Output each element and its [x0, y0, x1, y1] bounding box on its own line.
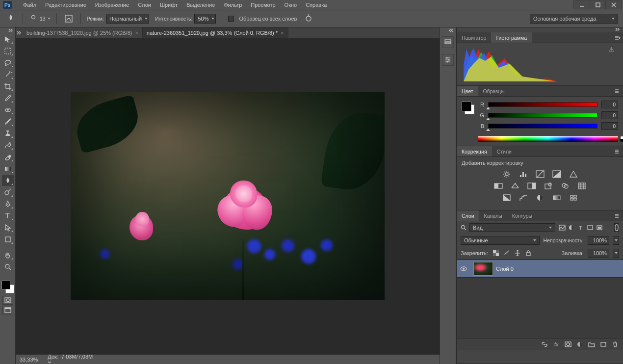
close-icon[interactable]: ×: [281, 30, 284, 36]
brush-panel-button[interactable]: [63, 13, 75, 25]
filter-type-icon[interactable]: T: [577, 224, 585, 232]
mode-dropdown[interactable]: Нормальный: [106, 14, 149, 24]
adj-bw-icon[interactable]: [527, 182, 537, 190]
opacity-value[interactable]: 100%: [588, 236, 609, 245]
slider-green[interactable]: G 0: [479, 111, 618, 119]
blend-mode-dropdown[interactable]: Обычные: [461, 236, 540, 245]
tab-styles[interactable]: Стили: [492, 146, 517, 156]
blur-tool[interactable]: [2, 175, 14, 186]
adj-exposure-icon[interactable]: [552, 170, 562, 179]
healing-brush-tool[interactable]: [2, 104, 14, 115]
tab-adjustments[interactable]: Коррекция: [457, 146, 492, 156]
adj-hue-icon[interactable]: [493, 182, 503, 190]
gradient-tool[interactable]: [2, 163, 14, 174]
filter-adjust-icon[interactable]: [568, 224, 575, 232]
menu-item[interactable]: Окно: [280, 0, 302, 9]
menu-item[interactable]: Слои: [133, 0, 156, 9]
menu-item[interactable]: Просмотр: [246, 0, 280, 9]
menu-item[interactable]: Фильтр: [219, 0, 246, 9]
adjustment-layer-icon[interactable]: [576, 341, 584, 348]
maximize-button[interactable]: [590, 1, 605, 9]
screenmode-button[interactable]: [2, 306, 13, 314]
lock-all-icon[interactable]: [524, 249, 532, 257]
fill-stepper[interactable]: [613, 249, 619, 258]
adj-gradientmap-icon[interactable]: [552, 193, 562, 202]
tabrail-collapse[interactable]: [16, 27, 23, 38]
adj-threshold-icon[interactable]: [535, 193, 545, 202]
adj-colorlookup-icon[interactable]: [577, 182, 587, 190]
clone-stamp-tool[interactable]: [2, 128, 14, 139]
group-icon[interactable]: [588, 341, 596, 348]
menu-item[interactable]: Редактирование: [41, 0, 91, 9]
close-button[interactable]: [605, 1, 621, 9]
pressure-button[interactable]: [303, 13, 314, 25]
fill-value[interactable]: 100%: [588, 249, 609, 258]
close-icon[interactable]: ×: [135, 30, 138, 36]
panel-menu-icon[interactable]: [614, 88, 621, 95]
rail-history-icon[interactable]: [442, 36, 454, 48]
menu-item[interactable]: Шрифт: [156, 0, 182, 9]
color-swatch[interactable]: [1, 281, 14, 293]
filter-smart-icon[interactable]: [596, 224, 603, 232]
minimize-button[interactable]: [574, 1, 590, 9]
rail-properties-icon[interactable]: [442, 54, 454, 66]
tab-color[interactable]: Цвет: [457, 86, 478, 96]
layer-thumbnail[interactable]: [473, 262, 493, 276]
zoom-tool[interactable]: [2, 261, 14, 272]
tab-channels[interactable]: Каналы: [479, 210, 507, 221]
sample-all-layers[interactable]: Образец со всех слоев: [228, 16, 297, 22]
layer-filter-dropdown[interactable]: Вид: [469, 223, 555, 232]
shape-tool[interactable]: [2, 234, 14, 245]
current-tool-icon[interactable]: [5, 13, 17, 25]
canvas[interactable]: [71, 92, 385, 300]
lock-transparent-icon[interactable]: [492, 249, 500, 257]
doc-size[interactable]: Док: 7,03M/7,03M: [48, 354, 93, 364]
intensity-value[interactable]: 50%: [194, 14, 216, 24]
menu-item[interactable]: Выделение: [182, 0, 219, 9]
adj-photofilter-icon[interactable]: [544, 182, 553, 190]
menu-item[interactable]: Файл: [19, 0, 41, 9]
tab-swatches[interactable]: Образцы: [478, 86, 510, 96]
filter-shape-icon[interactable]: [586, 224, 594, 232]
visibility-toggle[interactable]: [457, 266, 470, 272]
layer-mask-icon[interactable]: [564, 341, 572, 348]
toolbox-collapse[interactable]: [0, 28, 15, 33]
tab-layers[interactable]: Слои: [457, 210, 479, 221]
path-select-tool[interactable]: [2, 222, 14, 233]
filter-toggle[interactable]: [614, 223, 619, 232]
marquee-tool[interactable]: [2, 46, 14, 56]
brush-tool[interactable]: [2, 116, 14, 127]
lock-pixels-icon[interactable]: [503, 249, 511, 257]
type-tool[interactable]: T: [2, 210, 14, 221]
warning-icon[interactable]: ⚠: [609, 46, 614, 53]
color-swatch[interactable]: [462, 102, 474, 114]
slider-red[interactable]: R 0: [479, 101, 618, 108]
spectrum-picker[interactable]: [478, 136, 618, 142]
adj-curves-icon[interactable]: [535, 170, 545, 179]
layer-list[interactable]: Слой 0: [457, 260, 623, 338]
lock-position-icon[interactable]: [514, 249, 521, 257]
adj-selectivecolor-icon[interactable]: [569, 193, 578, 202]
adj-levels-icon[interactable]: [519, 170, 528, 179]
foreground-color[interactable]: [1, 281, 10, 289]
adj-posterize-icon[interactable]: [519, 193, 528, 202]
tab-navigator[interactable]: Навигатор: [457, 32, 491, 43]
adj-brightness-icon[interactable]: [502, 170, 512, 179]
magic-wand-tool[interactable]: [2, 69, 14, 80]
menu-item[interactable]: Изображение: [91, 0, 133, 9]
filter-pixel-icon[interactable]: [558, 224, 566, 232]
crop-tool[interactable]: [2, 81, 14, 92]
dodge-tool[interactable]: [2, 187, 14, 198]
canvas-viewport[interactable]: [16, 38, 440, 354]
lasso-tool[interactable]: [2, 57, 14, 68]
pen-tool[interactable]: [2, 199, 14, 209]
eraser-tool[interactable]: [2, 152, 14, 162]
layer-row[interactable]: Слой 0: [457, 260, 623, 278]
panel-menu-icon[interactable]: [614, 212, 621, 219]
document-tab[interactable]: building-1377538_1920.jpg @ 25% (RGB/8) …: [23, 27, 143, 38]
tab-paths[interactable]: Контуры: [507, 210, 537, 221]
history-brush-tool[interactable]: [2, 140, 14, 151]
zoom-level[interactable]: 33,33%: [20, 357, 38, 363]
adj-vibrance-icon[interactable]: [569, 170, 578, 179]
panel-menu-icon[interactable]: [614, 148, 621, 155]
